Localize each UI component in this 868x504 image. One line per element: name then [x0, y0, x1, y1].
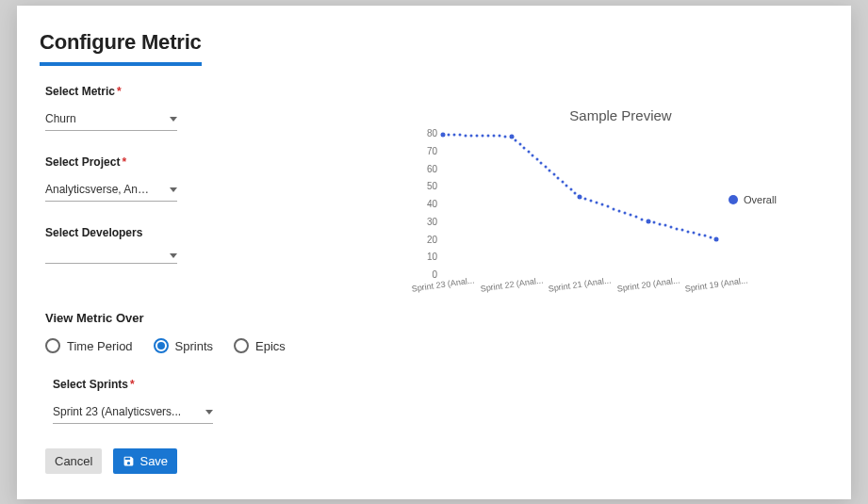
cancel-button[interactable]: Cancel — [45, 448, 102, 474]
chart-dot — [453, 134, 456, 137]
chart-dot — [499, 135, 501, 138]
chart-dot — [692, 232, 695, 235]
chart-dot — [686, 230, 689, 233]
field-developers: Select Developers — [45, 226, 319, 264]
preview-column: Sample Preview 01020304050607080 Sprint … — [319, 85, 828, 474]
ytick: 40 — [427, 199, 437, 209]
radio-label: Sprints — [175, 339, 213, 353]
ytick: 60 — [427, 163, 437, 173]
radio-icon — [154, 338, 169, 353]
preview-title: Sample Preview — [413, 107, 828, 123]
metric-value: Churn — [45, 112, 76, 125]
save-icon — [123, 455, 135, 467]
chart-dot — [476, 134, 479, 137]
configure-metric-dialog: Configure Metric Select Metric* Churn Se… — [17, 6, 851, 499]
chart-dot — [663, 224, 666, 227]
chart-dot — [714, 236, 719, 241]
xtick: Sprint 19 (Anal... — [684, 275, 748, 293]
xtick: Sprint 20 (Anal... — [616, 275, 680, 293]
xtick: Sprint 22 (Anal... — [480, 275, 544, 293]
chart-dot — [557, 176, 560, 179]
chart-dot — [544, 165, 547, 168]
radio-icon — [234, 338, 249, 353]
ytick: 50 — [427, 181, 437, 191]
required-indicator: * — [122, 155, 126, 169]
chart-dot — [504, 135, 507, 138]
dialog-title: Configure Metric — [40, 30, 202, 66]
ytick: 0 — [432, 269, 437, 280]
chart-dot — [635, 216, 638, 219]
chart-dot — [658, 222, 661, 225]
chart-dot — [697, 233, 700, 236]
project-label-text: Select Project — [45, 155, 120, 169]
chart-dot — [641, 218, 644, 220]
chart-dot — [646, 219, 650, 223]
dialog-footer: Cancel Save — [45, 448, 319, 474]
chart-dot — [596, 202, 598, 204]
ytick: 10 — [427, 252, 437, 262]
radio-icon — [45, 338, 60, 353]
chart-dot — [535, 157, 538, 160]
chart-dot — [590, 199, 593, 202]
radio-time-period[interactable]: Time Period — [45, 338, 133, 353]
chart-dot — [532, 154, 534, 156]
chart-dot — [709, 236, 712, 238]
save-button[interactable]: Save — [113, 448, 177, 474]
chart-dot — [630, 214, 632, 217]
dialog-header: Configure Metric — [17, 6, 851, 66]
chart-dot — [518, 142, 521, 145]
chart-yaxis: 01020304050607080 — [413, 133, 441, 274]
view-over-radio-group: Time Period Sprints Epics — [45, 338, 319, 353]
metric-label-text: Select Metric — [45, 85, 115, 98]
project-select[interactable]: Analyticsverse, Analytic... — [45, 180, 177, 202]
save-button-label: Save — [139, 454, 168, 468]
chart-dot — [669, 226, 672, 229]
chart-dot — [675, 227, 678, 230]
chart-dot — [613, 207, 615, 210]
required-indicator: * — [117, 85, 122, 98]
chart-dot — [652, 221, 655, 224]
chart-dot — [607, 205, 610, 208]
radio-epics[interactable]: Epics — [234, 338, 286, 353]
chart-dot — [578, 194, 582, 199]
radio-label: Epics — [255, 339, 286, 353]
sprints-select[interactable]: Sprint 23 (Analyticsvers... — [53, 402, 213, 424]
chart-dot — [493, 135, 496, 138]
chart-dot — [569, 187, 572, 190]
chart-dot — [523, 146, 526, 149]
radio-sprints[interactable]: Sprints — [154, 338, 213, 353]
project-label: Select Project* — [45, 155, 319, 169]
chart-dot — [459, 134, 462, 137]
chart-xaxis: Sprint 23 (Anal...Sprint 22 (Anal...Spri… — [443, 276, 716, 304]
field-sprints: Select Sprints* Sprint 23 (Analyticsvers… — [53, 378, 319, 424]
ytick: 80 — [427, 128, 437, 138]
radio-label: Time Period — [67, 339, 133, 353]
developers-select[interactable] — [45, 251, 177, 264]
chart-dot — [680, 229, 683, 232]
field-project: Select Project* Analyticsverse, Analytic… — [45, 155, 319, 202]
chart-dot — [552, 172, 555, 175]
chart-dot — [618, 209, 621, 212]
legend-dot-icon — [729, 195, 738, 204]
chevron-down-icon — [205, 410, 213, 415]
chart-dot — [584, 197, 587, 200]
ytick: 30 — [427, 216, 437, 226]
chart-dot — [624, 212, 627, 215]
chevron-down-icon — [170, 253, 177, 258]
sprints-label-text: Select Sprints — [53, 378, 128, 391]
chart-dot — [703, 235, 706, 237]
field-metric: Select Metric* Churn — [45, 85, 319, 131]
chart-dot — [527, 150, 530, 153]
chart-dot — [565, 184, 568, 187]
sprints-value: Sprint 23 (Analyticsvers... — [53, 405, 181, 418]
ytick: 70 — [427, 145, 437, 155]
chevron-down-icon — [170, 187, 177, 192]
metric-select[interactable]: Churn — [45, 109, 177, 131]
developers-label: Select Developers — [45, 226, 319, 239]
xtick: Sprint 23 (Anal... — [411, 275, 475, 293]
chart-dot — [441, 132, 446, 137]
developers-label-text: Select Developers — [45, 226, 142, 239]
preview-chart: 01020304050607080 Sprint 23 (Anal...Spri… — [413, 133, 799, 302]
form-column: Select Metric* Churn Select Project* Ana… — [45, 85, 319, 474]
chart-dot — [509, 134, 514, 138]
